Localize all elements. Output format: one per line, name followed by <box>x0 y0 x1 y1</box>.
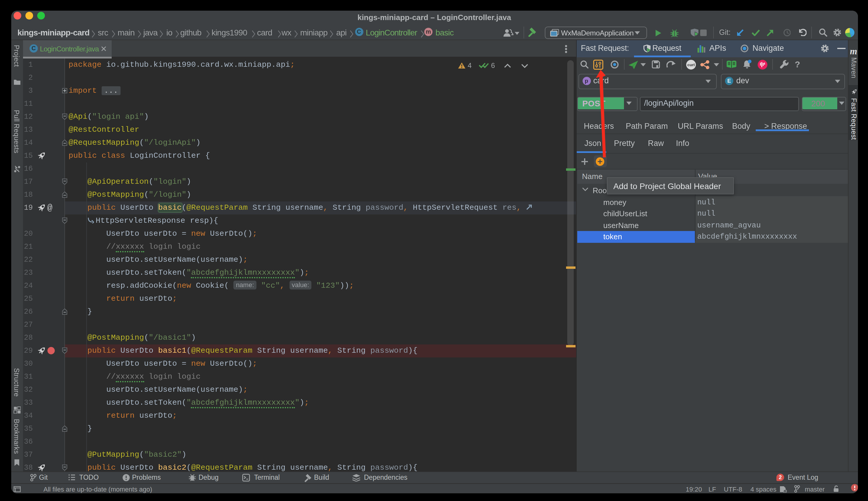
svg-text:2: 2 <box>779 475 782 480</box>
svg-text:m: m <box>850 47 857 55</box>
svg-text:curl: curl <box>687 63 695 67</box>
